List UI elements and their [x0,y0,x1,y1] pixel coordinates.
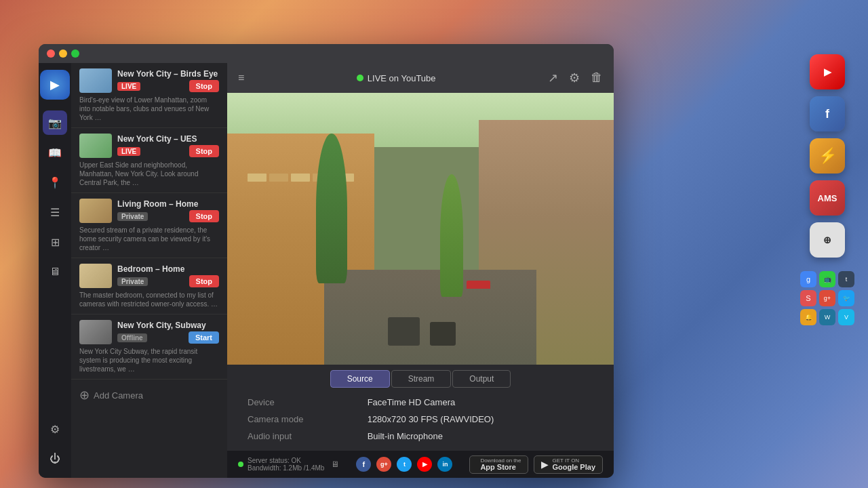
delete-icon[interactable]: 🗑 [591,70,603,85]
settings-icon[interactable]: ⚙ [569,70,580,85]
tab-source[interactable]: Source [330,370,390,388]
dock-mini-orange[interactable]: 🔔 [800,309,816,325]
camera-btn-4[interactable]: Start [189,331,219,344]
menu-icon[interactable]: ≡ [238,72,244,84]
social-youtube-btn[interactable]: ▶ [417,457,432,472]
dock-mini-group: g 📺 t S g+ 🐦 🔔 W V [800,271,854,325]
dock-mini-green[interactable]: 📺 [819,271,835,287]
camera-desc-4: New York City Subway, the rapid transit … [79,347,219,373]
camera-desc-2: Secured stream of a private residence, t… [79,226,219,252]
camera-thumb-0 [79,68,112,93]
device-value: FaceTime HD Camera [368,397,593,407]
app-store-label: App Store [480,464,521,471]
camera-btn-3[interactable]: Stop [189,275,219,287]
camera-btn-0[interactable]: Stop [189,80,219,92]
audio-input-label: Audio input [248,431,361,441]
camera-item-4[interactable]: New York City, Subway Offline Start New … [71,314,227,380]
dock-mini-s[interactable]: S [800,290,816,306]
camera-item-0[interactable]: New York City – Birds Eye LIVE Stop Bird… [71,63,227,128]
title-bar [39,44,614,63]
bottom-panel: Source Stream Output Device FaceTime HD … [227,365,614,451]
status-badge-0: LIVE [117,82,140,91]
sidebar-item-settings[interactable]: ⚙ [43,417,67,441]
server-dot [238,462,243,467]
dock-mini-twitter[interactable]: 🐦 [838,290,854,306]
right-dock: ▶ f ⚡ AMS ⊕ g 📺 t S g+ 🐦 🔔 W V [800,54,854,325]
tab-output[interactable]: Output [452,370,511,388]
sidebar-item-book[interactable]: 📖 [43,140,67,165]
social-googleplus-btn[interactable]: g+ [376,457,391,472]
camera-item-1[interactable]: New York City – UES LIVE Stop Upper East… [71,128,227,193]
app-logo[interactable]: ▶ [40,70,70,100]
camera-btn-2[interactable]: Stop [189,210,219,222]
camera-thumb-3 [79,264,112,288]
social-twitter-btn[interactable]: t [397,457,412,472]
live-indicator: LIVE on YouTube [357,73,436,83]
dock-sniper[interactable]: ⊕ [810,222,845,258]
google-play-icon: ▶ [541,459,549,470]
top-bar: ≡ LIVE on YouTube ↗ ⚙ 🗑 [227,63,614,93]
sidebar-item-grid[interactable]: ⊞ [43,230,67,254]
settings-icon: ⚙ [50,423,60,436]
street-scene [227,93,614,365]
live-dot [357,75,363,81]
dock-mini-wordpress[interactable]: W [819,309,835,325]
device-label: Device [248,397,361,407]
content-area: ≡ LIVE on YouTube ↗ ⚙ 🗑 [227,63,614,478]
dock-ams[interactable]: AMS [810,180,845,216]
server-status-text: Server status: OK [248,457,324,464]
camera-desc-1: Upper East Side and neighborhood, Manhat… [79,161,219,187]
camera-name-4: New York City, Subway [117,321,219,330]
camera-name-2: Living Room – Home [117,199,219,209]
social-linkedin-btn[interactable]: in [437,457,452,472]
live-text: LIVE on YouTube [368,73,436,83]
tab-stream[interactable]: Stream [391,370,452,388]
sniper-icon: ⊕ [823,235,831,245]
monitor-small-icon: 🖥 [331,460,339,469]
youtube-icon: ▶ [824,66,831,77]
home-icon: 📷 [48,117,62,129]
dock-mini-vimeo[interactable]: V [838,309,854,325]
dock-youtube[interactable]: ▶ [810,54,845,89]
maximize-button[interactable] [71,49,79,58]
camera-item-2[interactable]: Living Room – Home Private Stop Secured … [71,193,227,258]
dock-mini-gplus[interactable]: g+ [819,290,835,306]
camera-thumb-4 [79,320,112,344]
footer-stores: Download on the App Store ▶ GET IT ON Go… [469,455,603,474]
camera-list: New York City – Birds Eye LIVE Stop Bird… [71,63,227,478]
sidebar-item-power[interactable]: ⏻ [43,447,67,471]
camera-btn-1[interactable]: Stop [189,145,219,157]
server-status: Server status: OK Bandwidth: 1.2Mb /1.4M… [238,457,339,472]
street [324,270,537,365]
minimize-button[interactable] [59,49,67,58]
sidebar-item-list[interactable]: ☰ [43,200,67,224]
dock-facebook[interactable]: f [810,96,845,131]
grid-icon: ⊞ [51,236,60,249]
camera-name-1: New York City – UES [117,134,219,144]
camera-name-0: New York City – Birds Eye [117,69,219,79]
close-button[interactable] [47,49,55,58]
dock-mini-tumblr[interactable]: t [838,271,854,287]
source-info: Device FaceTime HD Camera Camera mode 12… [227,388,614,451]
dock-lightning[interactable]: ⚡ [810,138,845,174]
google-play-label: Google Play [552,464,595,471]
camera-desc-3: The master bedroom, connected to my list… [79,291,219,308]
audio-input-value: Built-in Microphone [368,431,593,441]
sidebar-item-location[interactable]: 📍 [43,170,67,195]
camera-item-3[interactable]: Bedroom – Home Private Stop The master b… [71,258,227,314]
add-camera-button[interactable]: ⊕ Add Camera [71,380,227,411]
sidebar-item-monitor[interactable]: 🖥 [43,260,67,284]
traffic-lights [47,49,79,58]
book-icon: 📖 [48,146,62,159]
share-icon[interactable]: ↗ [548,70,558,85]
google-play-button[interactable]: ▶ GET IT ON Google Play [534,455,603,474]
app-store-button[interactable]: Download on the App Store [469,455,528,474]
top-bar-actions: ↗ ⚙ 🗑 [548,70,603,85]
status-badge-3: Private [117,277,148,286]
social-facebook-btn[interactable]: f [356,457,371,472]
dock-mini-google[interactable]: g [800,271,816,287]
sidebar-item-home[interactable]: 📷 [43,110,67,135]
tab-bar: Source Stream Output [227,365,614,388]
camera-desc-0: Bird's-eye view of Lower Manhattan, zoom… [79,96,219,122]
video-preview [227,93,614,365]
